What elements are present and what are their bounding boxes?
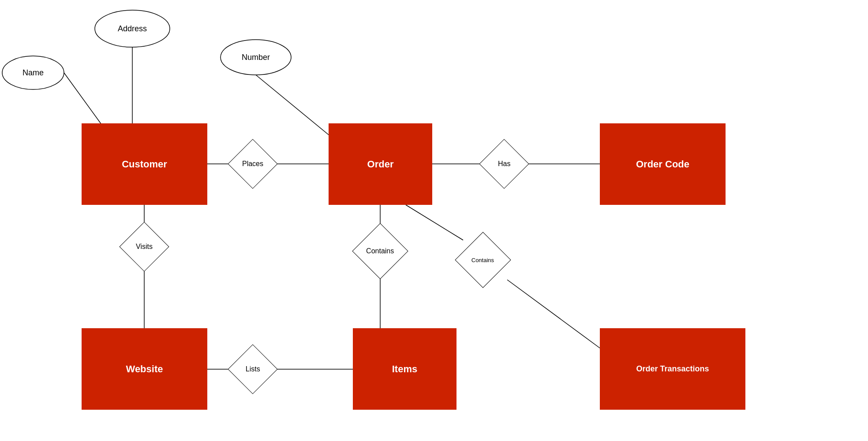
relationship-has: Has (479, 139, 529, 189)
entity-order-code: Order Code (600, 123, 726, 205)
entity-customer: Customer (82, 123, 207, 205)
relationship-visits: Visits (119, 222, 169, 271)
relationship-contains2: Contains (455, 232, 511, 288)
er-diagram: Customer Order Order Code Website Items … (0, 0, 868, 441)
svg-line-11 (406, 205, 463, 240)
svg-line-12 (507, 280, 600, 348)
relationship-contains1: Contains (352, 223, 408, 279)
svg-point-19 (221, 40, 291, 75)
entity-order: Order (329, 123, 432, 205)
svg-point-17 (2, 56, 64, 89)
svg-text:Address: Address (118, 24, 147, 33)
svg-text:Name: Name (22, 68, 44, 77)
svg-line-2 (256, 75, 331, 137)
relationship-lists: Lists (228, 344, 277, 394)
entity-website: Website (82, 328, 207, 410)
svg-point-15 (95, 10, 170, 47)
relationship-places: Places (228, 139, 277, 189)
svg-text:Number: Number (242, 53, 270, 62)
entity-order-transactions: Order Transactions (600, 328, 745, 410)
entity-items: Items (353, 328, 456, 410)
